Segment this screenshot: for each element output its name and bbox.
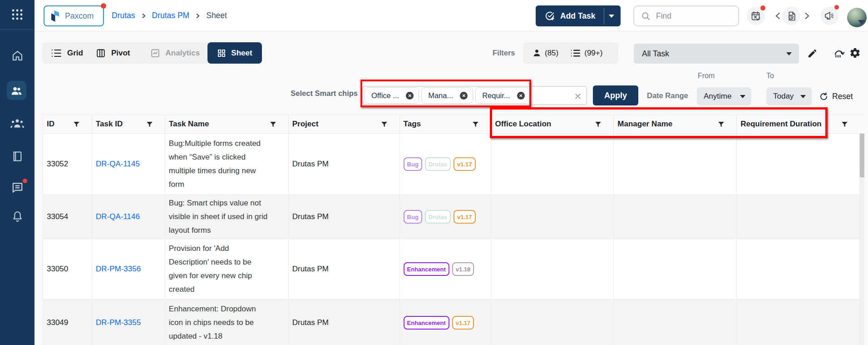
from-select[interactable]: Anytime: [697, 87, 751, 105]
column-header-task-name[interactable]: Task Name: [165, 115, 289, 133]
calendar-button[interactable]: [747, 7, 765, 25]
cell-office-location: [491, 239, 614, 299]
sidebar: [0, 0, 35, 345]
avatar-dropdown-caret[interactable]: [858, 20, 865, 25]
analytics-view-icon: [150, 48, 160, 58]
apply-button[interactable]: Apply: [593, 85, 638, 105]
add-task-button[interactable]: Add Task: [536, 5, 621, 26]
tab-analytics-label: Analytics: [166, 49, 200, 58]
tab-analytics[interactable]: Analytics: [150, 48, 200, 58]
settings-button[interactable]: [849, 47, 861, 59]
filter-funnel-icon[interactable]: [146, 121, 153, 128]
breadcrumb: Drutas Drutas PM Sheet: [112, 0, 227, 31]
breadcrumb-project[interactable]: Drutas: [112, 11, 135, 20]
to-select[interactable]: Today: [766, 87, 812, 105]
task-table: ID Task ID Task Name Project Tags Office…: [43, 115, 860, 345]
cell-manager-name: [614, 195, 737, 239]
table-row[interactable]: 33054 DR-QA-1146 Bug: Smart chips value …: [43, 195, 860, 239]
list-icon[interactable]: [570, 49, 581, 58]
cell-id: 33049: [43, 300, 92, 345]
annotation-box-columns: [490, 107, 828, 138]
view-switcher: Grid Pivot Analytics Sheet: [42, 42, 262, 64]
cell-office-location: [491, 195, 614, 239]
assignee-count: (85): [545, 49, 558, 58]
find-input[interactable]: [656, 11, 724, 21]
cell-task-name: Enhancement: Dropdown icon in chips need…: [165, 300, 289, 345]
table-row[interactable]: 33049 DR-PM-3355 Enhancement: Dropdown i…: [43, 300, 860, 345]
column-header-tags[interactable]: Tags: [400, 115, 492, 133]
task-view-select[interactable]: All Task: [634, 44, 799, 64]
time-tracking-button[interactable]: [782, 7, 800, 25]
cell-id: 33050: [43, 239, 92, 299]
task-link[interactable]: DR-PM-3356: [96, 265, 141, 274]
top-header: Paxcom Drutas Drutas PM Sheet Add Task: [35, 0, 868, 31]
tag-badge: Enhancement: [404, 262, 449, 276]
filter-funnel-icon[interactable]: [841, 121, 848, 128]
filters-label: Filters: [493, 42, 515, 64]
filter-funnel-icon[interactable]: [270, 121, 276, 128]
cell-manager-name: [614, 300, 737, 345]
person-icon[interactable]: [533, 49, 541, 57]
tab-pivot[interactable]: Pivot: [96, 48, 130, 58]
announcements-button[interactable]: [820, 7, 838, 25]
pivot-view-icon: [96, 48, 106, 58]
edit-view-button[interactable]: [807, 48, 818, 59]
date-range-label: Date Range: [647, 85, 688, 105]
filter-funnel-icon[interactable]: [73, 121, 80, 128]
workspace-button[interactable]: Paxcom: [44, 5, 104, 26]
clear-chips-icon[interactable]: ✕: [572, 90, 584, 102]
tab-pivot-label: Pivot: [111, 49, 130, 58]
reset-button[interactable]: Reset: [819, 87, 853, 105]
apps-grid-icon[interactable]: [0, 9, 35, 20]
people-icon: [10, 85, 23, 97]
task-link[interactable]: DR-QA-1145: [96, 160, 140, 169]
cell-task-name: Bug:Multiple forms created when “Save” i…: [165, 134, 289, 195]
table-row[interactable]: 33050 DR-PM-3356 Provision for 'Add Desc…: [43, 239, 860, 300]
chevron-left-icon[interactable]: [774, 12, 781, 20]
from-label: From: [698, 72, 715, 80]
sidebar-item-docs[interactable]: [0, 150, 35, 163]
column-header-project[interactable]: Project: [289, 115, 400, 133]
sidebar-item-members[interactable]: [7, 81, 26, 100]
sidebar-divider: [0, 29, 35, 30]
add-task-dropdown-caret[interactable]: [609, 15, 614, 18]
tab-sheet[interactable]: Sheet: [207, 42, 262, 64]
find-search[interactable]: [633, 5, 739, 26]
sidebar-item-chat[interactable]: [0, 181, 35, 194]
cell-task-name: Bug: Smart chips value not visible in sh…: [165, 195, 289, 239]
filter-funnel-icon[interactable]: [381, 121, 388, 128]
cell-requirement-duration: [737, 300, 860, 345]
scrollbar-thumb[interactable]: [860, 134, 864, 177]
chat-notification-dot: [23, 179, 27, 183]
table-row[interactable]: 33052 DR-QA-1145 Bug:Multiple forms crea…: [43, 134, 860, 195]
announcements-notification-dot: [834, 5, 839, 10]
select-caret-icon: [740, 95, 745, 98]
document-clock-icon: [786, 10, 797, 22]
task-link[interactable]: DR-QA-1146: [96, 212, 140, 221]
grid-view-icon: [51, 49, 62, 58]
tag-badge: Bug: [404, 210, 422, 224]
cell-task-id: DR-PM-3355: [92, 300, 165, 345]
home-icon: [11, 50, 24, 62]
tab-grid[interactable]: Grid: [51, 49, 83, 58]
scrollbar-header-stub: [860, 115, 864, 134]
column-header-task-id[interactable]: Task ID: [92, 115, 165, 133]
paxcom-logo-icon: [50, 10, 60, 22]
cell-task-id: DR-QA-1145: [92, 134, 165, 195]
cell-id: 33052: [43, 134, 92, 195]
cell-tags: Enhancement v1.17: [400, 300, 492, 345]
sidebar-item-notifications[interactable]: [0, 210, 35, 224]
sidebar-item-teams[interactable]: [0, 118, 35, 130]
filter-funnel-icon[interactable]: [472, 121, 479, 128]
sync-button[interactable]: [833, 48, 845, 59]
column-header-id[interactable]: ID: [43, 115, 92, 133]
task-link[interactable]: DR-PM-3355: [96, 318, 141, 327]
cell-tags: Bug Drutas v1.17: [400, 134, 492, 195]
breadcrumb-board[interactable]: Drutas PM: [152, 11, 190, 20]
reset-icon: [819, 92, 829, 101]
sidebar-item-home[interactable]: [0, 50, 35, 62]
bell-icon: [11, 210, 24, 224]
vertical-scrollbar[interactable]: [860, 134, 864, 345]
chevron-right-nav-icon[interactable]: [804, 12, 810, 20]
cell-tags: Bug Drutas v1.17: [400, 195, 492, 239]
